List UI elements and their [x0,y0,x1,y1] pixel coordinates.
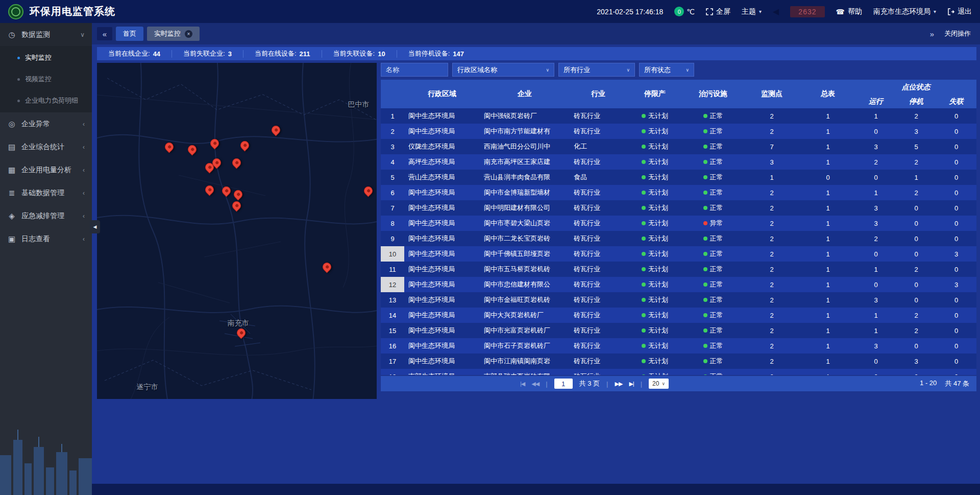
map-pin-4[interactable] [272,125,281,136]
cell-region: 阆中生态环境局 [404,338,480,353]
first-page-button[interactable]: |◀ [520,381,525,387]
sidebar-section-label: 企业综合统计 [21,143,78,152]
close-operations-button[interactable]: 关闭操作 [944,29,971,38]
map-panel[interactable]: 巴中市南充市遂宁市 [97,63,377,399]
industry-filter-select[interactable]: 所有行业 ∨ [558,63,635,77]
next-page-button[interactable]: ▶▶ [615,381,622,387]
cell-limit-production: 无计划 [627,292,683,308]
table-row-13[interactable]: 13阆中生态环境局阆中市金福旺页岩机砖砖瓦行业无计划正常21300 [381,292,976,308]
tab-close-icon[interactable]: × [185,30,192,38]
map-pin-2[interactable] [210,138,219,149]
table-row-17[interactable]: 17阆中生态环境局阆中市江南镇阆南页岩砖瓦行业无计划正常21030 [381,353,976,369]
table-row-14[interactable]: 14阆中生态环境局阆中大兴页岩机砖厂砖瓦行业无计划正常21120 [381,308,976,323]
prev-page-button[interactable]: ◀◀ [531,381,539,387]
tabs-scroll-left-button[interactable]: « [97,27,112,40]
table-row-3[interactable]: 3仪陇生态环境局西南油气田分公司川中化工无计划正常71350 [381,139,976,154]
map-pin-0[interactable] [165,142,174,153]
table-row-11[interactable]: 11阆中生态环境局阆中市五马桥页岩机砖砖瓦行业无计划正常21120 [381,262,976,277]
map-pin-12[interactable] [364,185,373,197]
help-label: 帮助 [848,7,862,16]
table-row-10[interactable]: 10阆中生态环境局阆中千佛镇五郎垭页岩砖瓦行业无计划正常21003 [381,246,976,262]
cell-region: 阆中生态环境局 [404,323,480,338]
row-index: 2 [381,124,404,139]
map-pin-11[interactable] [232,200,241,211]
table-row-6[interactable]: 6阆中生态环境局阆中市金博瑞新型墙材砖瓦行业无计划正常21120 [381,185,976,200]
map-pin-9[interactable] [222,185,231,197]
map-pin-8[interactable] [205,184,214,196]
phone-icon: ☎ [836,8,845,16]
stat-label: 当前停机设备: [408,49,450,58]
table-row-15[interactable]: 15阆中生态环境局阆中市光富页岩机砖厂砖瓦行业无计划正常21120 [381,323,976,338]
map-pin-7[interactable] [232,157,241,169]
sidebar-section-base-data[interactable]: ≣基础数据管理‹ [0,181,92,204]
map-pin-3[interactable] [240,140,250,151]
help-button[interactable]: ☎ 帮助 [836,7,862,16]
sidebar-item-video-monitor[interactable]: 视频监控 [0,68,92,90]
region-filter-select[interactable]: 行政区域名称 ∨ [452,63,554,77]
cell-lost-count: 0 [936,108,976,124]
sidebar-section-log-view[interactable]: ▣日志查看‹ [0,227,92,250]
status-dot-green [642,328,646,333]
cell-monitor-points: 2 [743,277,800,292]
map-pin-6[interactable] [212,157,222,169]
cell-company: 阆中市金福旺页岩机砖 [480,292,570,308]
table-body[interactable]: 1阆中生态环境局阆中强锐页岩砖厂砖瓦行业无计划正常211202阆中生态环境局阆中… [381,108,976,375]
table-row-5[interactable]: 5营山生态环境局营山县润丰肉食品有限食品无计划正常10010 [381,170,976,185]
cell-region: 阆中生态环境局 [404,246,480,262]
table-row-4[interactable]: 4高坪生态环境局南充市高坪区王家店建砖瓦行业无计划正常31220 [381,154,976,170]
map-pin-1[interactable] [188,144,197,155]
status-dot-green [703,145,707,149]
tab-realtime-monitor[interactable]: 实时监控 × [147,27,200,41]
sidebar-section-enterprise-abnormal[interactable]: ◎企业异常‹ [0,112,92,135]
sidebar-item-power-load-detail[interactable]: 企业电力负荷明细 [0,90,92,111]
table-row-16[interactable]: 16阆中生态环境局阆中市石子页岩机砖厂砖瓦行业无计划正常21300 [381,338,976,353]
cell-industry: 砖瓦行业 [570,353,627,369]
status-filter-select[interactable]: 所有状态 ∨ [639,63,694,77]
name-filter-input[interactable] [381,63,448,77]
org-dropdown[interactable]: 南充市生态环境局 ▾ [873,7,936,16]
tabs-scroll-right-button[interactable]: » [924,27,940,40]
cell-pollution-facility: 正常 [683,108,743,124]
tab-home[interactable]: 首页 [116,27,143,41]
sidebar-section-label: 企业用电量分析 [21,166,78,175]
table-row-2[interactable]: 2阆中生态环境局阆中市南方节能建材有砖瓦行业无计划正常21030 [381,124,976,139]
cell-company: 阆中市枣碧大梁山页岩 [480,216,570,231]
sidebar-section-data-monitor[interactable]: ◷数据监测∨ [0,23,92,46]
map-pin-13[interactable] [323,262,332,273]
sidebar-item-realtime-monitor[interactable]: 实时监控 [0,47,92,68]
cell-total-meters: 1 [800,277,855,292]
alarm-count-badge[interactable]: 2632 [790,6,824,17]
cell-region: 仪陇生态环境局 [404,139,480,154]
table-row-1[interactable]: 1阆中生态环境局阆中强锐页岩砖厂砖瓦行业无计划正常21120 [381,108,976,124]
sidebar: ◷数据监测∨实时监控视频监控企业电力负荷明细◎企业异常‹▤企业综合统计‹▦企业用… [0,23,92,495]
datetime: 2021-02-25 17:46:18 [597,8,663,16]
pagination-summary: 1 - 20 共 47 条 [920,379,969,388]
cell-pollution-facility: 正常 [683,277,743,292]
sidebar-section-enterprise-stats[interactable]: ▤企业综合统计‹ [0,135,92,158]
table-row-9[interactable]: 9阆中生态环境局阆中市二龙长宝页岩砖砖瓦行业无计划正常21200 [381,231,976,246]
cell-run-count: 1 [855,308,896,323]
map-pin-14[interactable] [237,327,246,339]
table-row-7[interactable]: 7阆中生态环境局阆中明阳建材有限公司砖瓦行业无计划正常21300 [381,200,976,216]
announcement-collapse-icon[interactable]: ◀ [773,7,779,16]
theme-dropdown[interactable]: 主题 ▾ [742,7,762,16]
map-pin-10[interactable] [234,189,243,200]
cell-company: 西南油气田分公司川中 [480,139,570,154]
stat-value: 211 [300,50,310,58]
table-row-18[interactable]: 18南部生态环境局南部县瑞丰页岩砖有限砖瓦行业无计划正常21030 [381,369,976,375]
fullscreen-button[interactable]: 全屏 [706,7,730,16]
page-number-input[interactable]: 1 [554,379,573,389]
logout-button[interactable]: 退出 [947,7,972,16]
row-index: 15 [381,323,404,338]
row-index: 12 [381,277,404,292]
last-page-button[interactable]: ▶| [629,381,633,387]
sidebar-section-power-analysis[interactable]: ▦企业用电量分析‹ [0,158,92,181]
status-dot-green [703,129,707,133]
page-size-select[interactable]: 20 ∨ [649,379,669,389]
sidebar-section-emergency-reduction[interactable]: ◈应急减排管理‹ [0,204,92,227]
table-row-8[interactable]: 8阆中生态环境局阆中市枣碧大梁山页岩砖瓦行业无计划异常21300 [381,216,976,231]
sidebar-collapse-handle[interactable]: ◀ [90,220,100,233]
table-row-12[interactable]: 12阆中生态环境局阆中市忠信建材有限公砖瓦行业无计划正常21003 [381,277,976,292]
cell-limit-production: 无计划 [627,216,683,231]
sidebar-section-label: 数据监测 [21,30,75,39]
